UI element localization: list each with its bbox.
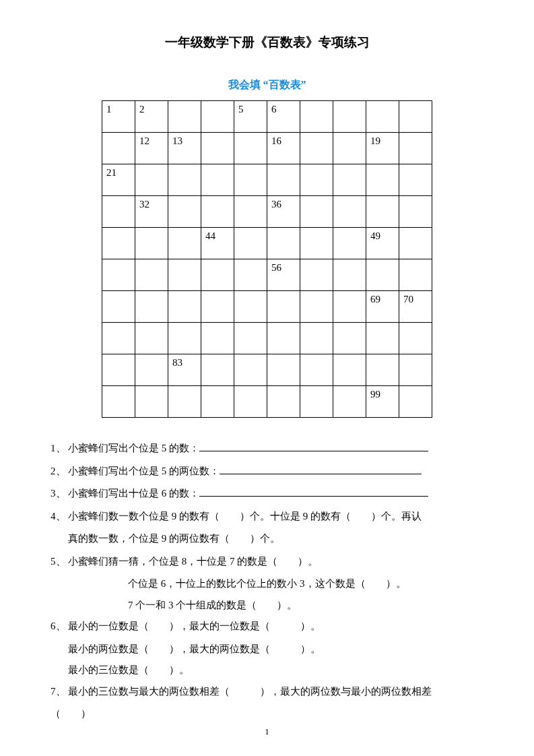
grid-cell[interactable] [201,164,234,196]
grid-cell[interactable] [333,259,366,291]
grid-cell[interactable] [168,386,201,418]
grid-cell[interactable] [201,259,234,291]
grid-cell[interactable] [267,291,300,323]
grid-cell[interactable]: 44 [201,228,234,259]
grid-cell[interactable] [300,133,333,164]
grid-cell[interactable] [333,354,366,386]
grid-cell[interactable]: 56 [267,259,300,291]
answer-blank[interactable] [220,462,422,474]
grid-cell[interactable] [234,133,267,164]
grid-cell[interactable] [102,323,135,354]
grid-cell[interactable] [201,196,234,228]
grid-cell[interactable] [333,228,366,259]
grid-cell[interactable] [135,164,168,196]
grid-cell[interactable] [135,291,168,323]
grid-cell[interactable]: 6 [267,101,300,133]
grid-cell[interactable] [135,259,168,291]
grid-cell[interactable] [234,386,267,418]
grid-cell[interactable] [300,386,333,418]
grid-cell[interactable] [102,133,135,164]
grid-cell[interactable] [267,228,300,259]
grid-cell[interactable] [168,259,201,291]
grid-cell[interactable] [234,291,267,323]
answer-blank[interactable] [199,439,428,451]
grid-cell[interactable] [333,133,366,164]
grid-cell[interactable] [102,386,135,418]
grid-cell[interactable] [399,101,432,133]
grid-cell[interactable] [234,259,267,291]
grid-cell[interactable] [366,354,399,386]
grid-cell[interactable] [267,386,300,418]
grid-cell[interactable]: 12 [135,133,168,164]
grid-cell[interactable]: 36 [267,196,300,228]
grid-cell[interactable] [399,259,432,291]
grid-cell[interactable] [366,259,399,291]
grid-cell[interactable] [168,164,201,196]
grid-cell[interactable] [201,323,234,354]
grid-cell[interactable] [366,323,399,354]
grid-cell[interactable] [135,228,168,259]
grid-cell[interactable] [333,196,366,228]
grid-cell[interactable]: 16 [267,133,300,164]
grid-cell[interactable] [102,354,135,386]
grid-cell[interactable] [168,196,201,228]
grid-cell[interactable] [300,164,333,196]
grid-cell[interactable]: 1 [102,101,135,133]
grid-cell[interactable] [234,323,267,354]
grid-cell[interactable]: 5 [234,101,267,133]
grid-cell[interactable] [201,101,234,133]
grid-cell[interactable] [333,164,366,196]
grid-cell[interactable]: 19 [366,133,399,164]
grid-cell[interactable] [135,386,168,418]
grid-cell[interactable] [333,101,366,133]
grid-cell[interactable]: 13 [168,133,201,164]
grid-cell[interactable] [333,291,366,323]
grid-cell[interactable]: 32 [135,196,168,228]
grid-cell[interactable]: 2 [135,101,168,133]
grid-cell[interactable] [300,101,333,133]
answer-blank[interactable] [199,484,428,497]
grid-cell[interactable] [399,228,432,259]
grid-cell[interactable] [399,354,432,386]
grid-cell[interactable] [399,133,432,164]
grid-cell[interactable]: 21 [102,164,135,196]
grid-cell[interactable] [135,354,168,386]
grid-cell[interactable] [201,386,234,418]
grid-cell[interactable] [102,228,135,259]
grid-cell[interactable] [234,354,267,386]
grid-cell[interactable]: 83 [168,354,201,386]
grid-cell[interactable] [201,133,234,164]
grid-cell[interactable] [201,291,234,323]
grid-cell[interactable]: 99 [366,386,399,418]
grid-cell[interactable] [399,196,432,228]
grid-cell[interactable] [267,164,300,196]
grid-cell[interactable] [399,386,432,418]
grid-cell[interactable] [168,323,201,354]
grid-cell[interactable] [366,196,399,228]
grid-cell[interactable] [168,291,201,323]
grid-cell[interactable] [300,196,333,228]
grid-cell[interactable] [399,323,432,354]
grid-cell[interactable] [267,323,300,354]
grid-cell[interactable] [300,228,333,259]
grid-cell[interactable]: 49 [366,228,399,259]
grid-cell[interactable] [102,259,135,291]
grid-cell[interactable] [201,354,234,386]
grid-cell[interactable] [234,196,267,228]
grid-cell[interactable] [234,228,267,259]
grid-cell[interactable] [366,164,399,196]
grid-cell[interactable] [333,386,366,418]
grid-cell[interactable] [102,196,135,228]
grid-cell[interactable] [300,354,333,386]
grid-cell[interactable]: 69 [366,291,399,323]
grid-cell[interactable] [399,164,432,196]
grid-cell[interactable] [135,323,168,354]
grid-cell[interactable] [300,323,333,354]
grid-cell[interactable]: 70 [399,291,432,323]
grid-cell[interactable] [300,259,333,291]
grid-cell[interactable] [267,354,300,386]
grid-cell[interactable] [234,164,267,196]
grid-cell[interactable] [300,291,333,323]
grid-cell[interactable] [102,291,135,323]
grid-cell[interactable] [168,228,201,259]
